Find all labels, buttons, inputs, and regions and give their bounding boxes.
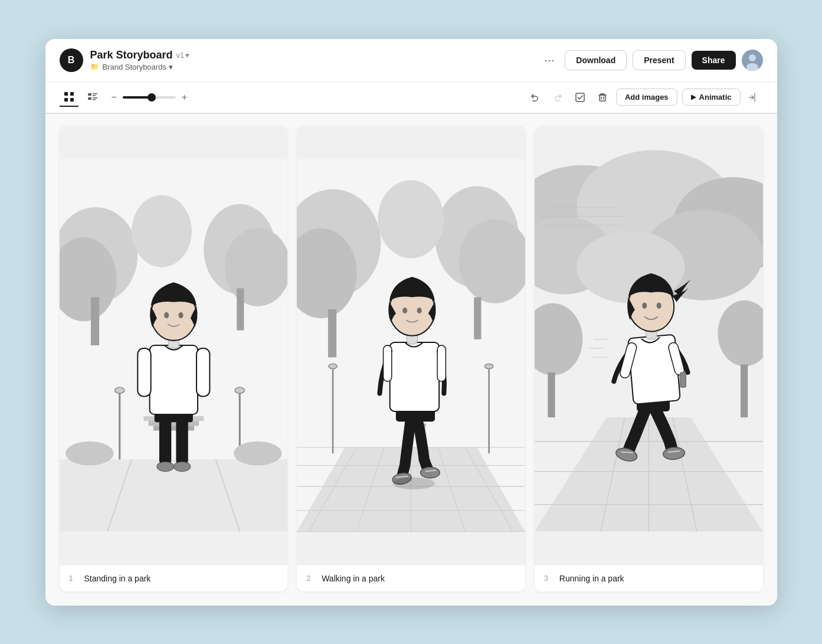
present-button[interactable]: Present (633, 50, 685, 70)
version-badge[interactable]: v1 ▾ (176, 51, 190, 60)
svg-point-125 (642, 302, 647, 308)
more-options-button[interactable]: ⋯ (540, 51, 559, 70)
folder-icon: 📁 (90, 63, 99, 71)
zoom-slider-thumb (148, 93, 156, 102)
svg-point-75 (485, 364, 493, 368)
svg-rect-86 (384, 345, 392, 381)
svg-point-126 (656, 302, 661, 308)
svg-rect-46 (149, 345, 197, 414)
svg-point-38 (235, 387, 244, 393)
undo-button[interactable] (526, 89, 544, 106)
svg-point-43 (156, 462, 173, 471)
storyboard-card-2[interactable]: 2 Walking in a park (297, 126, 525, 591)
breadcrumb-link[interactable]: Brand Storyboards ▾ (103, 63, 173, 71)
play-icon: ▶ (691, 93, 696, 101)
caption-number-2: 2 (306, 574, 316, 583)
svg-rect-13 (576, 93, 584, 102)
list-view-button[interactable] (83, 88, 102, 107)
svg-rect-48 (197, 348, 209, 396)
svg-rect-11 (93, 97, 97, 99)
brand-logo: B (60, 48, 83, 72)
svg-rect-41 (159, 417, 171, 465)
svg-point-90 (402, 307, 407, 313)
svg-rect-6 (70, 98, 74, 102)
svg-rect-4 (70, 92, 74, 96)
svg-point-36 (114, 387, 124, 393)
caption-text-3: Running in a park (559, 574, 624, 583)
zoom-slider-fill (123, 96, 152, 99)
header-title-group: Park Storyboard v1 ▾ 📁 Brand Storyboards… (90, 49, 533, 71)
zoom-controls: − + (109, 91, 190, 104)
svg-point-39 (66, 441, 113, 465)
caption-text-1: Standing in a park (84, 574, 151, 583)
svg-point-26 (132, 195, 192, 267)
svg-point-24 (224, 228, 287, 306)
chevron-down-icon: ▾ (185, 51, 189, 60)
svg-point-92 (393, 477, 435, 489)
svg-rect-10 (88, 97, 91, 100)
storyboard-caption-2: 2 Walking in a park (297, 565, 525, 591)
svg-point-60 (378, 180, 444, 258)
caption-number-1: 1 (69, 574, 78, 583)
storyboard-grid: 1 Standing in a park (60, 126, 763, 591)
delete-button[interactable] (594, 89, 611, 106)
svg-rect-32 (60, 459, 288, 531)
zoom-slider[interactable] (123, 96, 176, 99)
header-actions: ⋯ Download Present Share (540, 50, 762, 71)
svg-rect-113 (741, 364, 748, 417)
avatar (742, 50, 763, 71)
svg-rect-42 (176, 417, 188, 465)
svg-rect-56 (328, 309, 336, 357)
svg-rect-87 (437, 345, 446, 381)
svg-rect-59 (474, 297, 481, 339)
download-button[interactable]: Download (565, 50, 627, 70)
svg-rect-25 (237, 288, 244, 330)
main-content: 1 Standing in a park (45, 114, 777, 606)
collapse-button[interactable] (745, 89, 763, 106)
svg-rect-5 (64, 98, 68, 102)
storyboard-image-2 (297, 126, 525, 565)
svg-rect-22 (90, 297, 99, 345)
breadcrumb-row: 📁 Brand Storyboards ▾ (90, 63, 533, 71)
zoom-out-button[interactable]: − (109, 91, 119, 104)
redo-button[interactable] (549, 89, 566, 106)
svg-rect-85 (390, 342, 439, 411)
storyboard-caption-3: 3 Running in a park (535, 565, 763, 591)
checkbox-button[interactable] (571, 89, 589, 106)
share-button[interactable]: Share (692, 51, 736, 70)
app-window: B Park Storyboard v1 ▾ 📁 Brand Storyboar… (45, 39, 777, 606)
project-title: Park Storyboard (90, 49, 173, 61)
svg-point-40 (234, 441, 281, 465)
storyboard-card-3[interactable]: 3 Running in a park (535, 126, 763, 591)
caption-text-2: Walking in a park (322, 574, 385, 583)
svg-point-91 (417, 307, 422, 313)
svg-point-44 (173, 462, 190, 471)
storyboard-caption-1: 1 Standing in a park (60, 565, 288, 591)
svg-point-51 (164, 312, 169, 318)
svg-rect-14 (600, 95, 605, 101)
zoom-in-button[interactable]: + (179, 91, 189, 104)
svg-rect-3 (64, 92, 68, 96)
svg-rect-122 (680, 372, 686, 387)
caption-number-3: 3 (544, 574, 554, 583)
svg-point-73 (329, 364, 337, 368)
svg-rect-9 (93, 95, 96, 96)
svg-rect-47 (137, 348, 150, 396)
svg-rect-7 (88, 93, 91, 96)
storyboard-card-1[interactable]: 1 Standing in a park (60, 126, 288, 591)
svg-rect-111 (548, 372, 555, 417)
toolbar: − + (45, 82, 777, 114)
svg-point-52 (178, 312, 183, 318)
animatic-button[interactable]: ▶ Animatic (682, 89, 741, 106)
svg-rect-12 (93, 99, 96, 100)
header-title-row: Park Storyboard v1 ▾ (90, 49, 533, 61)
toolbar-right: Add images ▶ Animatic (526, 89, 763, 106)
svg-point-1 (749, 54, 756, 61)
grid-view-button[interactable] (60, 88, 78, 107)
header: B Park Storyboard v1 ▾ 📁 Brand Storyboar… (45, 39, 777, 82)
toolbar-left: − + (60, 88, 519, 107)
storyboard-image-3 (535, 126, 763, 565)
breadcrumb-chevron-icon: ▾ (169, 63, 173, 71)
storyboard-image-1 (60, 126, 288, 565)
add-images-button[interactable]: Add images (616, 89, 677, 106)
